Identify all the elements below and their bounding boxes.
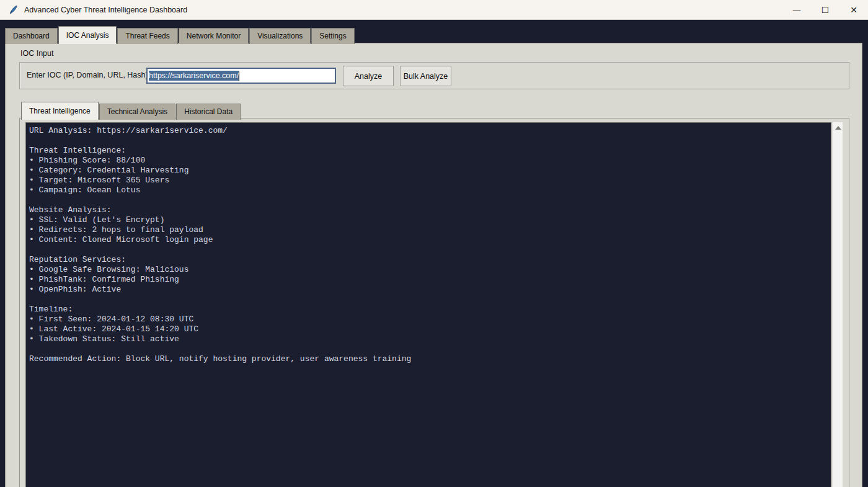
feather-icon — [8, 5, 18, 15]
tab-historical-data[interactable]: Historical Data — [176, 104, 241, 120]
tab-visualizations[interactable]: Visualizations — [249, 28, 311, 44]
titlebar: Advanced Cyber Threat Intelligence Dashb… — [0, 0, 868, 20]
text-cursor — [239, 71, 239, 81]
main-tab-bar: Dashboard IOC Analysis Threat Feeds Netw… — [5, 26, 355, 44]
analysis-report-textarea[interactable]: URL Analysis: https://sarkariservice.com… — [25, 122, 831, 487]
threat-intelligence-pane: URL Analysis: https://sarkariservice.com… — [19, 118, 849, 487]
vertical-scrollbar[interactable] — [832, 122, 843, 487]
results-tab-bar: Threat Intelligence Technical Analysis H… — [21, 102, 241, 120]
up-arrow-icon — [835, 126, 841, 130]
tab-threat-intelligence[interactable]: Threat Intelligence — [21, 102, 99, 120]
scroll-up-button[interactable] — [833, 122, 843, 133]
window-title: Advanced Cyber Threat Intelligence Dashb… — [24, 6, 187, 14]
window-controls: — ☐ ✕ — [782, 0, 868, 19]
app-window: { "window": { "title": "Advanced Cyber T… — [0, 0, 868, 487]
tab-settings[interactable]: Settings — [311, 28, 354, 44]
ioc-input-field[interactable]: https://sarkariservice.com/ — [146, 68, 336, 84]
bulk-analyze-button[interactable]: Bulk Analyze — [400, 66, 451, 86]
tab-threat-feeds[interactable]: Threat Feeds — [117, 28, 177, 44]
tab-network-monitor[interactable]: Network Monitor — [179, 28, 249, 44]
minimize-button[interactable]: — — [782, 0, 811, 19]
ioc-input-frame: Enter IOC (IP, Domain, URL, Hash): https… — [19, 62, 849, 89]
close-button[interactable]: ✕ — [839, 0, 868, 19]
tab-ioc-analysis[interactable]: IOC Analysis — [58, 26, 117, 44]
ioc-input-value: https://sarkariservice.com/ — [149, 71, 239, 81]
ioc-field-label: Enter IOC (IP, Domain, URL, Hash): — [27, 71, 150, 79]
tab-technical-analysis[interactable]: Technical Analysis — [99, 104, 175, 120]
maximize-button[interactable]: ☐ — [811, 0, 839, 19]
tab-dashboard[interactable]: Dashboard — [5, 28, 58, 44]
ioc-analysis-page: IOC Input Enter IOC (IP, Domain, URL, Ha… — [5, 43, 862, 487]
analyze-button[interactable]: Analyze — [343, 66, 394, 86]
ioc-input-section-label: IOC Input — [20, 49, 54, 58]
